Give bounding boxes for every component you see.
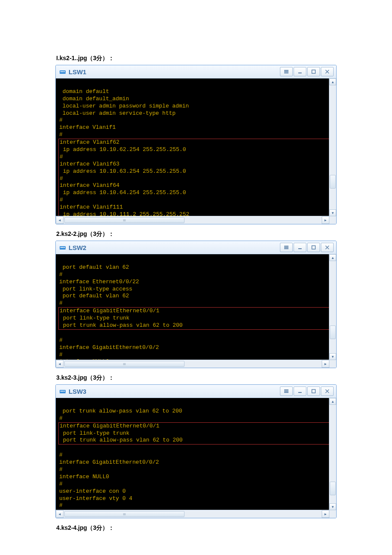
title-text: LSW2: [69, 244, 280, 251]
svg-rect-15: [284, 246, 288, 247]
scroll-thumb[interactable]: [330, 325, 336, 339]
scroll-down-arrow[interactable]: ▼: [329, 353, 336, 360]
menu-button[interactable]: [280, 67, 293, 76]
scroll-down-arrow[interactable]: ▼: [329, 503, 336, 510]
scroll-track[interactable]: [329, 405, 336, 503]
svg-rect-12: [61, 247, 62, 248]
hscroll-track[interactable]: III: [64, 217, 321, 223]
maximize-button[interactable]: [307, 386, 320, 396]
horizontal-scrollbar[interactable]: ◄ III ►: [56, 216, 336, 224]
titlebar-lsw3: LSW3: [56, 385, 336, 398]
scroll-down-arrow[interactable]: ▼: [329, 209, 336, 216]
svg-rect-6: [284, 73, 288, 73]
scroll-thumb[interactable]: [330, 482, 336, 495]
terminal-output: port default vlan 62 # interface Etherne…: [56, 254, 336, 360]
scroll-left-arrow[interactable]: ◄: [56, 510, 63, 518]
maximize-button[interactable]: [307, 243, 320, 252]
svg-rect-19: [312, 246, 315, 249]
minimize-button[interactable]: [294, 386, 306, 396]
size-grip[interactable]: [329, 216, 336, 224]
scroll-track[interactable]: [329, 85, 336, 209]
svg-rect-17: [284, 248, 288, 249]
scroll-up-arrow[interactable]: ▲: [329, 254, 336, 261]
hscroll-thumb[interactable]: III: [64, 217, 184, 223]
terminal-window-lsw1: LSW1 domain default domain default_admin…: [55, 65, 337, 224]
app-icon: [59, 244, 66, 251]
vertical-scrollbar[interactable]: ▲ ▼: [329, 78, 336, 216]
title-text: LSW1: [69, 68, 280, 76]
terminal-wrapper: port trunk allow-pass vlan 62 to 200 # i…: [56, 398, 336, 518]
svg-rect-4: [284, 70, 288, 71]
app-icon: [59, 388, 66, 395]
scroll-thumb[interactable]: [330, 175, 336, 189]
svg-rect-27: [284, 391, 288, 392]
vertical-scrollbar[interactable]: ▲ ▼: [329, 398, 336, 510]
caption-3: 3.ks2-3.jpg（3分）：: [56, 374, 337, 382]
svg-rect-30: [312, 389, 315, 393]
terminal-text-pre: domain default domain default_admin loca…: [59, 88, 189, 138]
terminal-window-lsw2: LSW2 port default vlan 62 # interface Et…: [55, 241, 337, 368]
terminal-window-lsw3: LSW3 port trunk allow-pass vlan 62 to 20…: [55, 384, 337, 518]
svg-rect-13: [62, 247, 63, 248]
minimize-button[interactable]: [294, 67, 306, 76]
scroll-track[interactable]: [329, 261, 336, 353]
hscroll-thumb[interactable]: III: [64, 511, 184, 517]
horizontal-scrollbar[interactable]: ◄ III ►: [56, 510, 336, 518]
svg-rect-23: [61, 391, 62, 392]
close-button[interactable]: [321, 67, 334, 76]
minimize-button[interactable]: [294, 243, 306, 252]
scroll-right-arrow[interactable]: ►: [322, 360, 329, 368]
terminal-output: domain default domain default_admin loca…: [56, 78, 336, 216]
document-page: I.ks2-1..jpg（3分）： LSW1: [0, 0, 392, 555]
scroll-right-arrow[interactable]: ►: [322, 510, 329, 518]
size-grip[interactable]: [329, 360, 336, 368]
title-buttons: [280, 386, 334, 396]
svg-rect-16: [284, 247, 288, 248]
terminal-output: port trunk allow-pass vlan 62 to 200 # i…: [56, 398, 336, 510]
svg-rect-8: [312, 70, 315, 73]
scroll-right-arrow[interactable]: ►: [322, 216, 329, 224]
close-button[interactable]: [321, 243, 334, 252]
svg-rect-24: [62, 391, 63, 392]
title-buttons: [280, 243, 334, 252]
svg-rect-29: [298, 392, 302, 393]
title-buttons: [280, 67, 334, 76]
caption-2: 2.ks2-2.jpg（3分）：: [56, 230, 337, 238]
hscroll-thumb[interactable]: III: [64, 361, 184, 367]
scroll-up-arrow[interactable]: ▲: [329, 398, 336, 405]
scroll-left-arrow[interactable]: ◄: [56, 216, 63, 224]
size-grip[interactable]: [329, 510, 336, 518]
scroll-left-arrow[interactable]: ◄: [56, 360, 63, 368]
close-button[interactable]: [321, 386, 334, 396]
svg-rect-3: [64, 71, 65, 72]
terminal-text-pre: port default vlan 62 # interface Etherne…: [59, 264, 139, 306]
highlighted-config-block: interface GigabitEthernet0/0/1 port link…: [58, 422, 334, 445]
maximize-button[interactable]: [307, 67, 320, 76]
highlighted-config-block: interface GigabitEthernet0/0/1 port link…: [58, 307, 334, 330]
svg-rect-18: [298, 248, 302, 249]
svg-rect-26: [284, 389, 288, 390]
caption-1: I.ks2-1..jpg（3分）：: [56, 55, 337, 62]
svg-rect-5: [284, 71, 288, 72]
app-icon: [59, 68, 66, 75]
svg-rect-14: [64, 247, 65, 248]
svg-rect-2: [62, 71, 63, 72]
svg-rect-25: [64, 391, 65, 392]
vertical-scrollbar[interactable]: ▲ ▼: [329, 254, 336, 360]
menu-button[interactable]: [280, 386, 293, 396]
menu-button[interactable]: [280, 243, 293, 252]
svg-rect-7: [298, 73, 302, 73]
scroll-up-arrow[interactable]: ▲: [329, 78, 336, 85]
svg-rect-28: [284, 392, 288, 393]
hscroll-track[interactable]: III: [64, 511, 321, 517]
titlebar-lsw1: LSW1: [56, 65, 336, 78]
terminal-text-post: # interface GigabitEthernet0/0/2 # inter…: [59, 452, 159, 510]
terminal-text-post: # interface GigabitEthernet0/0/2 # inter…: [59, 337, 159, 360]
svg-rect-1: [61, 71, 62, 72]
horizontal-scrollbar[interactable]: ◄ III ►: [56, 360, 336, 368]
hscroll-track[interactable]: III: [64, 361, 321, 367]
terminal-wrapper: port default vlan 62 # interface Etherne…: [56, 254, 336, 368]
terminal-text-pre: port trunk allow-pass vlan 62 to 200 #: [59, 408, 182, 421]
titlebar-lsw2: LSW2: [56, 241, 336, 254]
terminal-wrapper: domain default domain default_admin loca…: [56, 78, 336, 224]
